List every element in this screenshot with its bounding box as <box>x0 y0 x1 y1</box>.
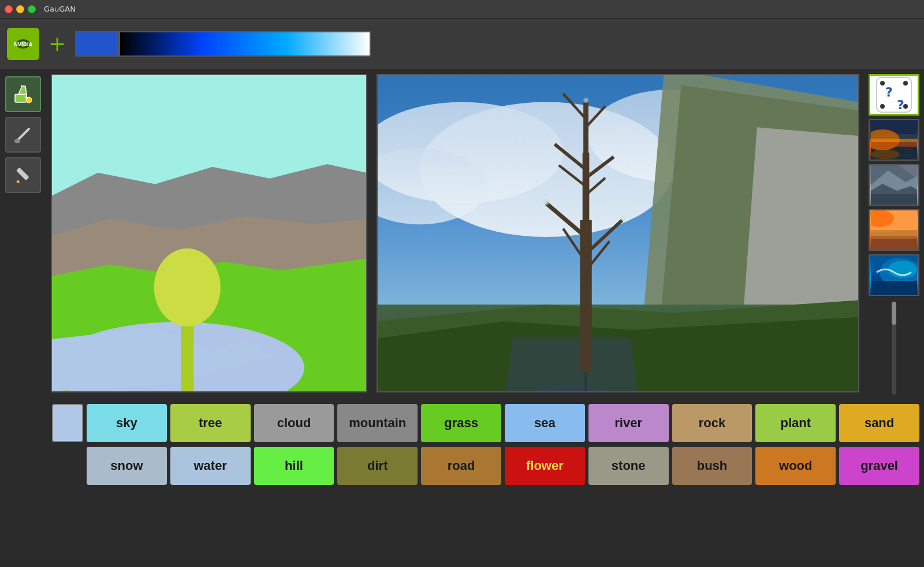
pencil-icon <box>13 165 33 186</box>
svg-point-54 <box>583 98 588 103</box>
fill-tool-button[interactable] <box>5 76 41 112</box>
svg-point-70 <box>871 150 900 159</box>
pencil-tool-button[interactable] <box>5 157 41 193</box>
drawing-svg: ↖ <box>52 75 366 391</box>
color-bar <box>75 31 371 57</box>
label-flower-button[interactable]: flower <box>505 447 585 485</box>
label-plant-button[interactable]: plant <box>755 404 836 442</box>
nvidia-logo-svg: NVIDIA <box>9 35 37 53</box>
sunset-photo-icon <box>871 119 917 161</box>
label-grass-button[interactable]: grass <box>421 404 501 442</box>
svg-point-61 <box>903 104 908 109</box>
maximize-button[interactable] <box>28 5 36 13</box>
titlebar: GauGAN <box>0 0 924 18</box>
label-bush-button[interactable]: bush <box>672 447 752 485</box>
label-river-button[interactable]: river <box>588 404 669 442</box>
selected-color-swatch[interactable] <box>75 31 119 57</box>
svg-line-9 <box>17 129 29 140</box>
palette-row1: sky tree cloud mountain grass sea river … <box>52 404 919 442</box>
main-area: ↖ <box>0 69 924 399</box>
svg-text:?: ? <box>897 98 904 112</box>
right-panel: ? ? <box>864 69 924 399</box>
thumbnail-mountain[interactable] <box>869 164 919 206</box>
label-snow-button[interactable]: snow <box>87 447 167 485</box>
svg-marker-38 <box>495 338 647 391</box>
svg-rect-74 <box>871 194 917 206</box>
mountain-photo-icon <box>871 164 917 206</box>
svg-marker-5 <box>18 86 27 94</box>
toolbar: NVIDIA + <box>0 18 924 69</box>
brush-tool-button[interactable] <box>5 117 41 153</box>
label-cloud-button[interactable]: cloud <box>254 404 334 442</box>
svg-rect-69 <box>871 142 917 147</box>
svg-point-53 <box>620 216 625 221</box>
label-stone-button[interactable]: stone <box>588 447 669 485</box>
label-palette: sky tree cloud mountain grass sea river … <box>0 399 924 521</box>
close-button[interactable] <box>5 5 13 13</box>
svg-point-10 <box>14 139 20 143</box>
svg-text:NVIDIA: NVIDIA <box>14 42 32 47</box>
fill-icon <box>13 84 33 105</box>
color-gradient-bar[interactable] <box>119 31 371 57</box>
left-tools <box>0 69 46 399</box>
svg-point-60 <box>880 81 885 86</box>
output-photo-svg <box>378 75 858 391</box>
thumbnail-beach[interactable] <box>869 209 919 251</box>
label-road-button[interactable]: road <box>421 447 501 485</box>
svg-point-63 <box>880 104 885 109</box>
drawing-canvas[interactable]: ↖ <box>51 74 367 392</box>
label-sand-button[interactable]: sand <box>839 404 919 442</box>
thumbnail-wave[interactable] <box>869 254 919 296</box>
label-hill-button[interactable]: hill <box>254 447 334 485</box>
dice-icon: ? ? <box>874 75 914 115</box>
current-label-swatch <box>52 404 83 442</box>
svg-rect-85 <box>871 281 917 296</box>
svg-rect-6 <box>21 85 23 87</box>
scroll-track <box>892 302 896 395</box>
label-water-button[interactable]: water <box>170 447 251 485</box>
canvas-area: ↖ <box>46 69 864 399</box>
output-canvas <box>377 74 859 392</box>
label-sea-button[interactable]: sea <box>505 404 585 442</box>
label-rock-button[interactable]: rock <box>672 404 752 442</box>
svg-rect-22 <box>181 316 193 391</box>
thumbnail-dice[interactable]: ? ? <box>869 74 919 116</box>
label-mountain-button[interactable]: mountain <box>337 404 418 442</box>
scroll-thumb[interactable] <box>892 302 896 325</box>
brush-icon <box>13 124 33 145</box>
palette-row2: snow water hill dirt road flower stone b… <box>52 447 919 485</box>
minimize-button[interactable] <box>16 5 24 13</box>
app-title: GauGAN <box>44 5 76 13</box>
svg-rect-12 <box>16 168 29 181</box>
label-wood-button[interactable]: wood <box>755 447 836 485</box>
svg-point-23 <box>154 249 221 327</box>
svg-rect-4 <box>15 94 27 102</box>
wave-photo-icon <box>871 254 917 296</box>
label-dirt-button[interactable]: dirt <box>337 447 418 485</box>
svg-text:?: ? <box>885 85 893 99</box>
label-sky-button[interactable]: sky <box>87 404 167 442</box>
nvidia-logo: NVIDIA <box>7 28 39 60</box>
label-gravel-button[interactable]: gravel <box>839 447 919 485</box>
label-tree-button[interactable]: tree <box>170 404 251 442</box>
beach-photo-icon <box>871 209 917 251</box>
svg-rect-39 <box>580 220 591 372</box>
svg-rect-68 <box>871 139 917 142</box>
svg-point-62 <box>903 81 908 86</box>
svg-point-52 <box>543 198 550 205</box>
thumbnail-sunset[interactable] <box>869 119 919 161</box>
add-button[interactable]: + <box>49 34 66 54</box>
